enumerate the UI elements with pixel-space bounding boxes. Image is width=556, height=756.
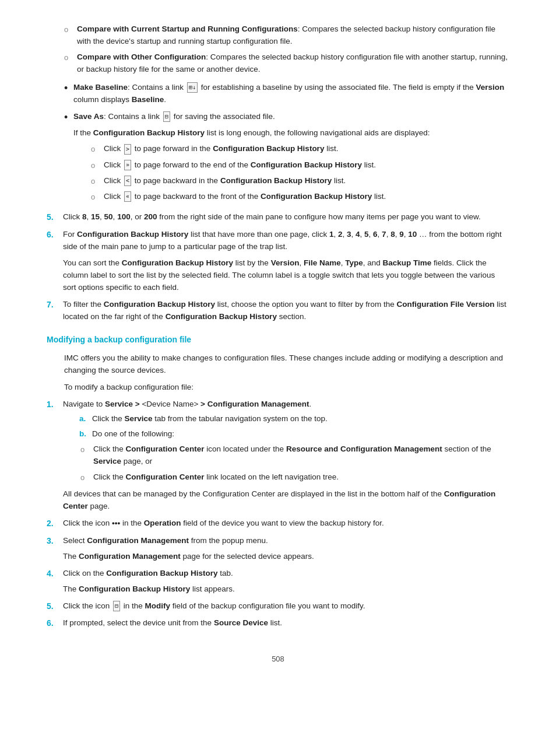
nav-bullet-backward-front: o Click « to page backward to the front … <box>91 191 509 203</box>
step-7-filter: 7. To filter the Configuration Backup Hi… <box>47 299 509 323</box>
nav-bullet-backward: o Click < to page backward in the Config… <box>91 175 509 187</box>
to-modify-text: To modify a backup configuration file: <box>64 382 509 394</box>
bullet-make-baseline: • Make Baseline: Contains a link ⊞↓ for … <box>64 82 509 106</box>
step-number: 4. <box>47 568 63 580</box>
step-1-navigate: 1. Navigate to Service > <Device Name> >… <box>47 398 509 513</box>
section-heading-modifying: Modifying a backup configuration file <box>47 334 509 346</box>
step-number: 5. <box>47 211 63 224</box>
nav-backward-front-text: Click « to page backward to the front of… <box>104 191 509 203</box>
sub-bullet-config-center-icon-text: Click the Configuration Center icon loca… <box>93 443 509 468</box>
step-1b-text: Do one of the following: <box>92 428 509 440</box>
bullet-o-icon: o <box>64 23 77 36</box>
step-2-text: Click the icon ••• in the Operation fiel… <box>63 517 509 530</box>
step-4-followup: The Configuration Backup History list ap… <box>63 583 509 596</box>
step-1b: b. Do one of the following: <box>79 428 509 440</box>
step-number: 5. <box>47 600 63 613</box>
step-3-followup: The Configuration Management page for th… <box>63 551 509 563</box>
step-1-text: Navigate to Service > <Device Name> > Co… <box>63 398 509 513</box>
bullet-o-icon: o <box>64 51 77 64</box>
step-3-select-config-mgmt: 3. Select Configuration Management from … <box>47 535 509 563</box>
bullet-o-icon: o <box>91 159 104 172</box>
nav-backward-text: Click < to page backward in the Configur… <box>104 175 509 187</box>
step-6-source-text: If prompted, select the device unit from… <box>63 617 509 629</box>
step-5-click-modify: 5. Click the icon ⊟ in the Modify field … <box>47 600 509 613</box>
step-number: 2. <box>47 517 63 530</box>
nav-forward-text: Click > to page forward in the Configura… <box>104 143 509 155</box>
step-1a: a. Click the Service tab from the tabula… <box>79 413 509 425</box>
step-number: 1. <box>47 398 63 411</box>
step-6-text: For Configuration Backup History list th… <box>63 229 509 295</box>
modify-icon: ⊟ <box>113 601 120 611</box>
bullet-dot-icon: • <box>64 82 73 95</box>
make-baseline-icon: ⊞↓ <box>187 82 198 93</box>
step-3-text: Select Configuration Management from the… <box>63 535 509 563</box>
step-5-items-per-page: 5. Click 8, 15, 50, 100, or 200 from the… <box>47 211 509 224</box>
step-5-modify-text: Click the icon ⊟ in the Modify field of … <box>63 600 509 612</box>
bullet-o-icon: o <box>80 443 93 456</box>
step-number: 3. <box>47 535 63 548</box>
step-4-text: Click on the Configuration Backup Histor… <box>63 568 509 596</box>
step-2-click-icon: 2. Click the icon ••• in the Operation f… <box>47 517 509 530</box>
step-1a-text: Click the Service tab from the tabular n… <box>92 413 509 425</box>
sub-bullet-compare-other: o Compare with Other Configuration: Comp… <box>64 51 509 76</box>
bullet-o-icon: o <box>91 143 104 155</box>
bullet-dot-icon: • <box>64 111 73 124</box>
sub-bullet-config-center-icon: o Click the Configuration Center icon lo… <box>80 443 509 468</box>
step-6-pages: 6. For Configuration Backup History list… <box>47 229 509 295</box>
save-as-followup: If the Configuration Backup History list… <box>73 127 509 139</box>
step-6-sort-text: You can sort the Configuration Backup Hi… <box>63 257 509 294</box>
sub-bullet-config-center-link: o Click the Configuration Center link lo… <box>80 471 509 484</box>
page-number: 508 <box>47 653 509 665</box>
intro-text: IMC offers you the ability to make chang… <box>64 352 509 377</box>
step-number: 7. <box>47 299 63 312</box>
page-backward-front-icon: « <box>124 191 131 202</box>
step-4-click-tab: 4. Click on the Configuration Backup His… <box>47 568 509 596</box>
page-forward-icon: > <box>124 144 131 155</box>
page-backward-icon: < <box>124 176 131 186</box>
step-7-text: To filter the Configuration Backup Histo… <box>63 299 509 323</box>
step-5-text: Click 8, 15, 50, 100, or 200 from the ri… <box>63 211 509 223</box>
bullet-o-icon: o <box>80 471 93 484</box>
bullet-o-icon: o <box>91 191 104 203</box>
step-1-followup: All devices that can be managed by the C… <box>63 488 509 513</box>
page-forward-end-icon: » <box>124 160 131 170</box>
step-6-source-device: 6. If prompted, select the device unit f… <box>47 617 509 630</box>
step-number: 6. <box>47 229 63 242</box>
sub-bullet-compare-startup-text: Compare with Current Startup and Running… <box>77 23 509 48</box>
step-number: 6. <box>47 617 63 630</box>
bullet-make-baseline-text: Make Baseline: Contains a link ⊞↓ for es… <box>73 82 509 106</box>
sub-bullet-compare-startup: o Compare with Current Startup and Runni… <box>64 23 509 48</box>
nav-forward-end-text: Click » to page forward to the end of th… <box>104 159 509 172</box>
save-as-icon: ⊟ <box>163 111 170 122</box>
sub-bullet-config-center-link-text: Click the Configuration Center link loca… <box>93 471 509 484</box>
sub-bullet-compare-other-text: Compare with Other Configuration: Compar… <box>77 51 509 76</box>
step-label-a: a. <box>79 413 92 425</box>
nav-bullet-forward: o Click > to page forward in the Configu… <box>91 143 509 155</box>
step-label-b: b. <box>79 428 92 440</box>
bullet-o-icon: o <box>91 175 104 187</box>
bullet-save-as-text: Save As: Contains a link ⊟ for saving th… <box>73 111 509 206</box>
bullet-save-as: • Save As: Contains a link ⊟ for saving … <box>64 111 509 206</box>
nav-bullet-forward-end: o Click » to page forward to the end of … <box>91 159 509 172</box>
